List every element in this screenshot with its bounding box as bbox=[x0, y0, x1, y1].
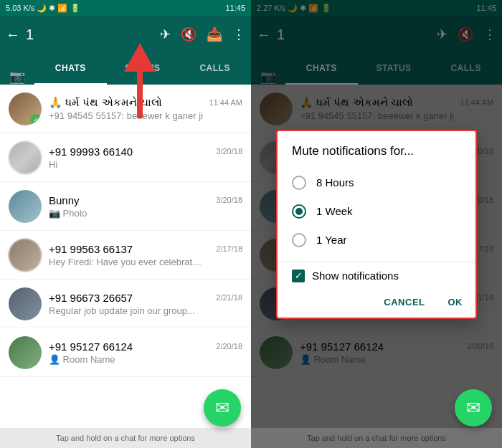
right-panel: 2.27 K/s 🌙 ✱ 📶 🔋 11:45 ← 1 ✈ 🔇 ⋮ 📷 CHATS… bbox=[251, 0, 502, 448]
left-chat-preview-3: 📷 Photo bbox=[49, 208, 207, 219]
radio-label-8hours: 8 Hours bbox=[316, 176, 354, 189]
left-chat-content-3: Bunny 3/20/18 📷 Photo bbox=[49, 194, 242, 219]
left-chat-time-4: 2/17/18 bbox=[216, 244, 242, 253]
right-fab[interactable]: ✉ bbox=[455, 389, 492, 426]
left-tab-camera[interactable]: 📷 bbox=[0, 69, 34, 85]
dialog-checkbox-row[interactable]: ✓ Show notifications bbox=[278, 262, 475, 290]
mute-dialog: Mute notifications for... 8 Hours 1 Week… bbox=[276, 130, 477, 319]
mute-icon[interactable]: 🔇 bbox=[181, 27, 196, 42]
right-compose-icon: ✉ bbox=[466, 398, 480, 418]
left-tab-chats[interactable]: CHATS bbox=[34, 53, 107, 85]
left-chat-name-1: 🙏 ધર્મ પંથ એકમને ચાલો bbox=[49, 96, 162, 109]
left-chat-content-5: +91 96673 26657 2/21/18 Regular job upda… bbox=[49, 292, 242, 316]
more-icon[interactable]: ⋮ bbox=[232, 27, 245, 42]
left-chat-name-6: +91 95127 66124 bbox=[49, 340, 133, 353]
left-chat-time-5: 2/21/18 bbox=[216, 293, 242, 302]
dialog-actions: CANCEL OK bbox=[278, 290, 475, 318]
dialog-title: Mute notifications for... bbox=[278, 131, 475, 166]
left-chat-time-1: 11:44 AM bbox=[209, 98, 242, 107]
left-chat-item-6[interactable]: +91 95127 66124 2/20/18 👤 Room Name bbox=[0, 328, 251, 377]
left-chat-item-1[interactable]: ✓ 🙏 ધર્મ પંથ એકમને ચાલો 11:44 AM +91 945… bbox=[0, 85, 251, 133]
left-tab-calls[interactable]: CALLS bbox=[179, 53, 251, 85]
checkmark-icon: ✓ bbox=[295, 270, 303, 281]
left-fab[interactable]: ✉ bbox=[204, 389, 241, 426]
left-avatar-2 bbox=[9, 141, 42, 174]
pin-icon[interactable]: ✈ bbox=[160, 27, 171, 42]
left-status-right: 11:45 bbox=[225, 4, 245, 12]
radio-label-1year: 1 Year bbox=[316, 234, 347, 246]
left-avatar-5 bbox=[9, 287, 42, 320]
left-chat-name-2: +91 99993 66140 bbox=[49, 146, 133, 158]
left-panel: 5.03 K/s 🌙 ✱ 📶 🔋 11:45 ← 1 ✈ 🔇 📥 ⋮ 📷 CHA… bbox=[0, 0, 251, 448]
left-selection-count: 1 bbox=[26, 27, 154, 43]
left-chat-name-4: +91 99563 66137 bbox=[49, 243, 133, 255]
left-back-button[interactable]: ← bbox=[6, 27, 20, 43]
show-notifications-checkbox[interactable]: ✓ bbox=[292, 270, 305, 282]
radio-dot-1week bbox=[295, 208, 303, 215]
show-notifications-label: Show notifications bbox=[312, 270, 399, 282]
left-chat-time-2: 3/20/18 bbox=[216, 147, 242, 156]
compose-icon: ✉ bbox=[215, 398, 229, 418]
left-chat-preview-6: 👤 Room Name bbox=[49, 354, 207, 365]
left-avatar-1: ✓ bbox=[9, 92, 42, 125]
left-chat-preview-2: Hi bbox=[49, 159, 207, 170]
left-chat-preview-1: +91 94545 55157: beeewer k ganer ji bbox=[49, 110, 207, 121]
left-status-bar: 5.03 K/s 🌙 ✱ 📶 🔋 11:45 bbox=[0, 0, 251, 16]
left-chat-item-5[interactable]: +91 96673 26657 2/21/18 Regular job upda… bbox=[0, 280, 251, 328]
left-chat-time-6: 2/20/18 bbox=[216, 342, 242, 351]
left-chat-content-1: 🙏 ધર્મ પંથ એકમને ચાલો 11:44 AM +91 94545… bbox=[49, 96, 242, 121]
radio-item-1week[interactable]: 1 Week bbox=[278, 197, 475, 226]
left-chat-item-2[interactable]: +91 99993 66140 3/20/18 Hi bbox=[0, 133, 251, 182]
radio-circle-1year bbox=[292, 233, 306, 247]
left-avatar-4 bbox=[9, 239, 42, 272]
left-time: 11:45 bbox=[225, 4, 245, 12]
radio-item-8hours[interactable]: 8 Hours bbox=[278, 168, 475, 197]
radio-label-1week: 1 Week bbox=[316, 205, 353, 217]
left-chat-content-2: +91 99993 66140 3/20/18 Hi bbox=[49, 146, 242, 170]
radio-item-1year[interactable]: 1 Year bbox=[278, 226, 475, 254]
left-chat-preview-5: Regular job update join our group... bbox=[49, 305, 207, 316]
left-status-left: 5.03 K/s 🌙 ✱ 📶 🔋 bbox=[6, 4, 80, 13]
radio-group: 8 Hours 1 Week 1 Year bbox=[278, 166, 475, 257]
left-avatar-6 bbox=[9, 336, 42, 369]
archive-icon[interactable]: 📥 bbox=[207, 27, 222, 42]
left-avatar-3 bbox=[9, 190, 42, 223]
left-action-icons: ✈ 🔇 📥 ⋮ bbox=[160, 27, 245, 42]
left-chat-name-5: +91 96673 26657 bbox=[49, 292, 133, 304]
left-chat-item-4[interactable]: +91 99563 66137 2/17/18 Hey Firedi: Have… bbox=[0, 231, 251, 280]
left-tab-status[interactable]: STATUS bbox=[107, 53, 179, 85]
left-chat-content-6: +91 95127 66124 2/20/18 👤 Room Name bbox=[49, 340, 242, 365]
radio-circle-8hours bbox=[292, 176, 306, 190]
left-app-bar: ← 1 ✈ 🔇 📥 ⋮ bbox=[0, 16, 251, 53]
left-chat-time-3: 3/20/18 bbox=[216, 196, 242, 204]
ok-button[interactable]: OK bbox=[444, 294, 468, 310]
cancel-button[interactable]: CANCEL bbox=[379, 294, 429, 310]
left-speed: 5.03 K/s bbox=[6, 4, 34, 12]
radio-circle-1week bbox=[292, 204, 306, 219]
left-chat-content-4: +91 99563 66137 2/17/18 Hey Firedi: Have… bbox=[49, 243, 242, 267]
left-chat-list: ✓ 🙏 ધર્મ પંથ એકમને ચાલો 11:44 AM +91 945… bbox=[0, 85, 251, 428]
left-icons-status: 🌙 ✱ 📶 🔋 bbox=[37, 4, 80, 13]
left-chat-item-3[interactable]: Bunny 3/20/18 📷 Photo bbox=[0, 182, 251, 231]
left-tabs: 📷 CHATS STATUS CALLS bbox=[0, 53, 251, 85]
left-chat-name-3: Bunny bbox=[49, 194, 80, 206]
left-bottom-tip: Tap and hold on a chat for more options bbox=[0, 428, 251, 448]
left-chat-preview-4: Hey Firedi: Have you ever celebrate M... bbox=[49, 257, 207, 267]
camera-icon: 📷 bbox=[9, 69, 25, 85]
